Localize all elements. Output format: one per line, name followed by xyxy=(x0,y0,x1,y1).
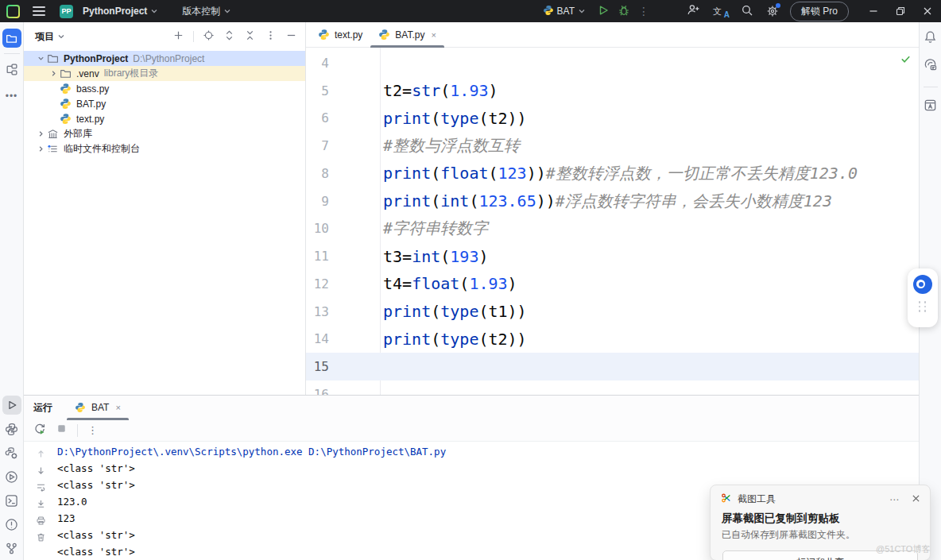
code-line-10[interactable]: 10#字符串转数字 xyxy=(306,215,919,243)
translate-icon[interactable]: 文A xyxy=(713,6,728,17)
tree-item-临时文件和控制台[interactable]: 临时文件和控制台 xyxy=(24,141,305,156)
code-editor[interactable]: 45t2=str(1.93)6print(type(t2))7#整数与浮点数互转… xyxy=(306,48,919,395)
ai-assistant-icon[interactable] xyxy=(924,58,938,75)
problems-tool-button[interactable] xyxy=(2,515,21,534)
code-line-15[interactable]: 15 xyxy=(306,353,919,380)
search-everywhere-icon[interactable] xyxy=(741,4,753,19)
settings-button[interactable] xyxy=(766,5,779,17)
code-line-13[interactable]: 13print(type(t1)) xyxy=(306,298,919,326)
hide-panel-button[interactable] xyxy=(285,29,297,44)
code-line-11[interactable]: 11t3=int(193) xyxy=(306,242,919,270)
notification-body: 已自动保存到屏幕截图文件夹。 xyxy=(711,526,930,542)
code-line-5[interactable]: 5t2=str(1.93) xyxy=(306,77,919,105)
line-number: 10 xyxy=(306,221,380,236)
python-icon xyxy=(60,83,72,95)
minimize-button[interactable] xyxy=(860,0,887,22)
chevron-down-icon xyxy=(223,7,231,15)
project-name: PythonProject xyxy=(83,6,147,17)
stop-button[interactable] xyxy=(56,423,68,438)
code-with-me-icon[interactable] xyxy=(687,3,700,19)
tree-item-PythonProject[interactable]: PythonProjectD:\PythonProject xyxy=(24,51,305,66)
notification-close-button[interactable] xyxy=(912,494,920,505)
print-icon[interactable] xyxy=(36,512,46,529)
panel-options-button[interactable] xyxy=(265,29,277,44)
tree-chevron-icon[interactable] xyxy=(48,69,60,78)
tree-chevron-icon[interactable] xyxy=(35,129,47,138)
tree-item-bass.py[interactable]: bass.py xyxy=(24,81,305,96)
terminal-tool-button[interactable] xyxy=(2,491,21,510)
drag-handle[interactable] xyxy=(919,301,927,312)
scroll-down-icon[interactable] xyxy=(36,462,46,479)
project-tool-button[interactable] xyxy=(2,29,21,48)
vcs-label: 版本控制 xyxy=(182,5,220,18)
tree-chevron-icon[interactable] xyxy=(35,54,47,63)
tree-item-BAT.py[interactable]: BAT.py xyxy=(24,96,305,111)
more-actions-button[interactable]: ⋮ xyxy=(638,5,650,17)
python-packages-button[interactable] xyxy=(2,443,21,462)
documentation-icon[interactable] xyxy=(924,98,937,115)
scroll-to-end-icon[interactable] xyxy=(36,496,46,512)
add-button[interactable] xyxy=(172,29,184,44)
code-line-12[interactable]: 12t4=float(1.93) xyxy=(306,270,919,298)
assistant-ball-icon[interactable] xyxy=(913,275,932,294)
structure-tool-button[interactable] xyxy=(2,60,21,79)
tree-item-.venv[interactable]: .venvlibrary根目录 xyxy=(24,66,305,81)
project-panel: 项目 PythonProjectD:\P xyxy=(24,22,306,395)
tree-item-detail: D:\PythonProject xyxy=(133,53,204,64)
more-tool-windows-button[interactable]: ••• xyxy=(6,91,18,102)
code-line-14[interactable]: 14print(type(t2)) xyxy=(306,326,919,353)
python-file-icon xyxy=(378,29,390,41)
console-options-button[interactable]: ⋮ xyxy=(87,424,99,436)
locate-file-button[interactable] xyxy=(203,29,215,44)
services-tool-button[interactable] xyxy=(2,467,21,486)
tab-bat-py[interactable]: BAT.py × xyxy=(370,22,444,47)
tree-item-label: text.py xyxy=(76,114,104,125)
unlock-pro-button[interactable]: 解锁 Pro xyxy=(790,2,849,21)
close-tab-icon[interactable]: × xyxy=(115,403,120,412)
vcs-menu[interactable]: 版本控制 xyxy=(179,2,234,21)
notification-app-name: 截图工具 xyxy=(738,492,776,506)
pycharm-window: PP PythonProject 版本控制 BAT ⋮ xyxy=(0,0,941,560)
run-config-selector[interactable]: BAT xyxy=(540,2,589,21)
expand-all-button[interactable] xyxy=(223,29,235,44)
notifications-bell-icon[interactable] xyxy=(924,30,937,47)
project-selector[interactable]: PythonProject xyxy=(79,3,161,19)
code-line-8[interactable]: 8print(float(123))#整数转浮点数，一切正常不丢失精度123.0 xyxy=(306,160,919,187)
code-text: #字符串转数字 xyxy=(380,218,488,239)
code-text: print(type(t2)) xyxy=(380,330,527,349)
code-line-9[interactable]: 9print(int(123.65))#浮点数转字符串，会丢失小数精度123 xyxy=(306,187,919,215)
version-control-tool-button[interactable] xyxy=(2,539,21,558)
run-button[interactable] xyxy=(597,4,610,19)
run-tab-bat[interactable]: BAT × xyxy=(67,396,129,419)
notification-more-button[interactable]: ⋯ xyxy=(889,494,899,505)
floating-assistant-widget[interactable] xyxy=(908,268,938,327)
debug-button[interactable] xyxy=(618,4,630,19)
code-line-4[interactable]: 4 xyxy=(306,49,919,77)
scroll-up-icon[interactable] xyxy=(36,446,46,462)
tree-item-外部库[interactable]: 外部库 xyxy=(24,126,305,141)
soft-wrap-icon[interactable] xyxy=(36,479,46,496)
chevron-down-icon xyxy=(57,33,65,41)
clear-console-icon[interactable] xyxy=(36,529,46,546)
line-number: 11 xyxy=(306,249,380,264)
code-line-7[interactable]: 7#整数与浮点数互转 xyxy=(306,132,919,160)
tab-text-py[interactable]: text.py xyxy=(310,22,370,47)
run-tool-button[interactable] xyxy=(2,396,21,415)
line-number: 4 xyxy=(306,56,380,71)
collapse-all-button[interactable] xyxy=(244,29,256,44)
inspections-ok-icon[interactable] xyxy=(900,53,911,68)
code-line-6[interactable]: 6print(type(t2)) xyxy=(306,105,919,133)
project-panel-title[interactable]: 项目 xyxy=(35,30,65,44)
python-console-button[interactable] xyxy=(2,419,21,438)
run-config-name: BAT xyxy=(557,6,575,17)
line-number: 7 xyxy=(306,138,380,153)
main-menu-button[interactable] xyxy=(33,6,45,16)
run-tab-label: BAT xyxy=(91,402,109,413)
tree-item-text.py[interactable]: text.py xyxy=(24,111,305,126)
code-line-16[interactable]: 16 xyxy=(306,380,919,395)
tree-chevron-icon[interactable] xyxy=(35,145,47,153)
restore-button[interactable] xyxy=(887,0,914,22)
rerun-button[interactable] xyxy=(33,423,46,438)
close-button[interactable] xyxy=(914,0,941,22)
close-tab-icon[interactable]: × xyxy=(431,30,436,40)
